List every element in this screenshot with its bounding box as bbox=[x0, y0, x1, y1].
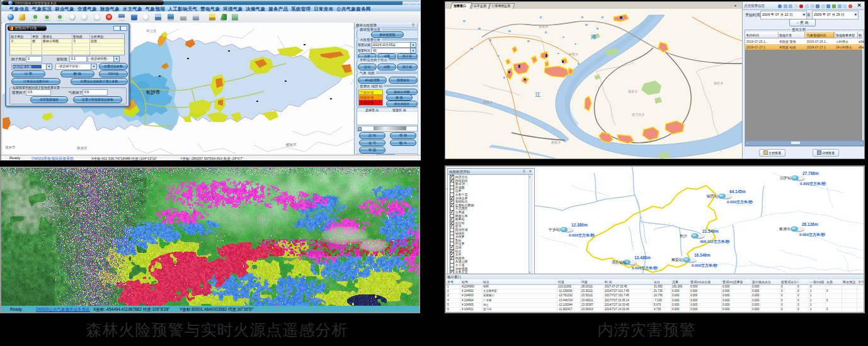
svg-text:12.380m: 12.380m bbox=[571, 223, 588, 227]
svg-text:26.126m: 26.126m bbox=[802, 222, 818, 226]
svg-text:平江县: 平江县 bbox=[146, 29, 157, 33]
svg-text:0.006立方米/秒: 0.006立方米/秒 bbox=[632, 265, 658, 271]
svg-text:桥驿乡: 桥驿乡 bbox=[568, 52, 578, 57]
svg-text:株洲市: 株洲市 bbox=[779, 226, 791, 231]
svg-text:格塘乡: 格塘乡 bbox=[483, 100, 493, 104]
svg-text:新港乡: 新港乡 bbox=[551, 140, 561, 145]
svg-text:0.000立方米/秒: 0.000立方米/秒 bbox=[799, 232, 826, 237]
svg-text:0.000立方米/秒: 0.000立方米/秒 bbox=[800, 181, 826, 186]
svg-text:13.486m: 13.486m bbox=[634, 255, 651, 260]
svg-text:406.312立方米/秒: 406.312立方米/秒 bbox=[700, 239, 730, 244]
svg-text:榔梨站: 榔梨站 bbox=[671, 257, 683, 262]
svg-text:黑石铺站: 黑石铺站 bbox=[612, 260, 627, 265]
svg-text:湘乡市: 湘乡市 bbox=[5, 145, 16, 150]
svg-text:铜官站: 铜官站 bbox=[706, 194, 718, 199]
svg-text:0.000立方米/秒: 0.000立方米/秒 bbox=[692, 263, 718, 268]
svg-text:0.000立方米/秒: 0.000立方米/秒 bbox=[727, 199, 753, 204]
svg-text:霞凝乡: 霞凝乡 bbox=[628, 89, 637, 94]
svg-text:望城乡: 望城乡 bbox=[539, 25, 548, 28]
svg-text:醴陵市: 醴陵市 bbox=[286, 143, 297, 147]
svg-text:0.000立方米/秒: 0.000立方米/秒 bbox=[569, 233, 595, 238]
svg-text:宁乡站: 宁乡站 bbox=[549, 227, 560, 232]
svg-text:株洲县: 株洲县 bbox=[76, 146, 88, 150]
svg-text:湘: 湘 bbox=[590, 34, 596, 40]
svg-text:21.549m: 21.549m bbox=[702, 229, 719, 233]
svg-text:汨罗站: 汨罗站 bbox=[780, 176, 791, 181]
svg-text:铜官乡: 铜官乡 bbox=[714, 81, 723, 85]
svg-text:江: 江 bbox=[535, 92, 540, 98]
svg-text:27.786m: 27.786m bbox=[802, 171, 819, 176]
svg-text:长沙市: 长沙市 bbox=[146, 89, 161, 95]
svg-text:捞刀河乡: 捞刀河乡 bbox=[632, 113, 644, 117]
svg-text:长沙: 长沙 bbox=[680, 234, 687, 238]
svg-text:64.145m: 64.145m bbox=[729, 189, 746, 194]
svg-text:16.346m: 16.346m bbox=[694, 253, 711, 257]
